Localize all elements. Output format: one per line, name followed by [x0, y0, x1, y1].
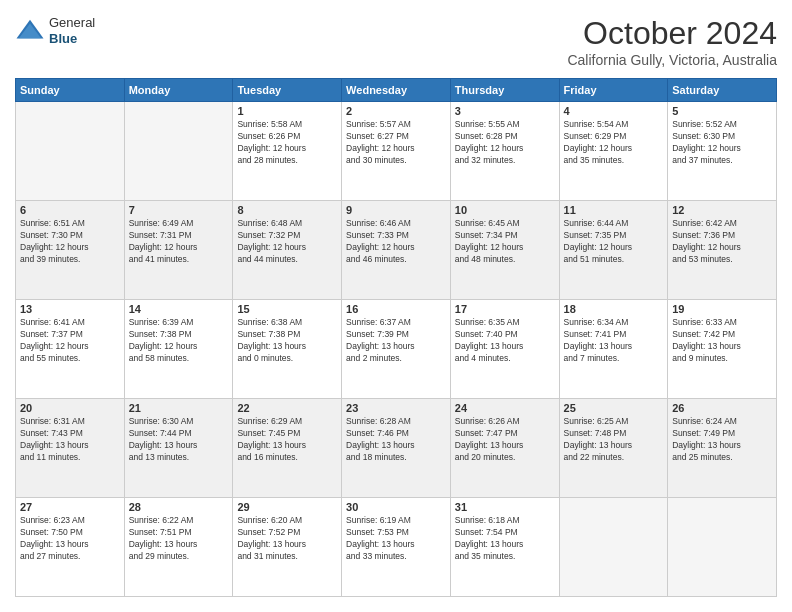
calendar-week-row: 6Sunrise: 6:51 AM Sunset: 7:30 PM Daylig…	[16, 201, 777, 300]
day-number: 24	[455, 402, 555, 414]
day-number: 13	[20, 303, 120, 315]
day-number: 29	[237, 501, 337, 513]
calendar-week-row: 20Sunrise: 6:31 AM Sunset: 7:43 PM Dayli…	[16, 399, 777, 498]
day-number: 26	[672, 402, 772, 414]
col-tuesday: Tuesday	[233, 79, 342, 102]
day-detail: Sunrise: 5:52 AM Sunset: 6:30 PM Dayligh…	[672, 119, 772, 167]
day-number: 6	[20, 204, 120, 216]
day-detail: Sunrise: 6:31 AM Sunset: 7:43 PM Dayligh…	[20, 416, 120, 464]
col-saturday: Saturday	[668, 79, 777, 102]
day-detail: Sunrise: 6:44 AM Sunset: 7:35 PM Dayligh…	[564, 218, 664, 266]
day-number: 17	[455, 303, 555, 315]
day-number: 22	[237, 402, 337, 414]
table-row: 7Sunrise: 6:49 AM Sunset: 7:31 PM Daylig…	[124, 201, 233, 300]
table-row: 29Sunrise: 6:20 AM Sunset: 7:52 PM Dayli…	[233, 498, 342, 597]
logo: General Blue	[15, 15, 95, 46]
day-detail: Sunrise: 6:38 AM Sunset: 7:38 PM Dayligh…	[237, 317, 337, 365]
table-row: 16Sunrise: 6:37 AM Sunset: 7:39 PM Dayli…	[342, 300, 451, 399]
day-detail: Sunrise: 6:48 AM Sunset: 7:32 PM Dayligh…	[237, 218, 337, 266]
table-row: 22Sunrise: 6:29 AM Sunset: 7:45 PM Dayli…	[233, 399, 342, 498]
table-row: 15Sunrise: 6:38 AM Sunset: 7:38 PM Dayli…	[233, 300, 342, 399]
day-number: 2	[346, 105, 446, 117]
day-number: 28	[129, 501, 229, 513]
day-number: 30	[346, 501, 446, 513]
day-number: 18	[564, 303, 664, 315]
day-number: 4	[564, 105, 664, 117]
day-detail: Sunrise: 6:28 AM Sunset: 7:46 PM Dayligh…	[346, 416, 446, 464]
table-row: 31Sunrise: 6:18 AM Sunset: 7:54 PM Dayli…	[450, 498, 559, 597]
table-row: 13Sunrise: 6:41 AM Sunset: 7:37 PM Dayli…	[16, 300, 125, 399]
table-row: 11Sunrise: 6:44 AM Sunset: 7:35 PM Dayli…	[559, 201, 668, 300]
col-sunday: Sunday	[16, 79, 125, 102]
day-number: 5	[672, 105, 772, 117]
logo-general: General	[49, 15, 95, 31]
table-row: 12Sunrise: 6:42 AM Sunset: 7:36 PM Dayli…	[668, 201, 777, 300]
day-number: 19	[672, 303, 772, 315]
day-detail: Sunrise: 5:55 AM Sunset: 6:28 PM Dayligh…	[455, 119, 555, 167]
day-detail: Sunrise: 6:30 AM Sunset: 7:44 PM Dayligh…	[129, 416, 229, 464]
calendar-week-row: 13Sunrise: 6:41 AM Sunset: 7:37 PM Dayli…	[16, 300, 777, 399]
day-detail: Sunrise: 5:57 AM Sunset: 6:27 PM Dayligh…	[346, 119, 446, 167]
col-friday: Friday	[559, 79, 668, 102]
day-detail: Sunrise: 6:23 AM Sunset: 7:50 PM Dayligh…	[20, 515, 120, 563]
page-title: October 2024	[567, 15, 777, 52]
day-number: 1	[237, 105, 337, 117]
table-row: 17Sunrise: 6:35 AM Sunset: 7:40 PM Dayli…	[450, 300, 559, 399]
title-block: October 2024 California Gully, Victoria,…	[567, 15, 777, 68]
day-detail: Sunrise: 6:34 AM Sunset: 7:41 PM Dayligh…	[564, 317, 664, 365]
calendar-table: Sunday Monday Tuesday Wednesday Thursday…	[15, 78, 777, 597]
day-number: 9	[346, 204, 446, 216]
day-number: 12	[672, 204, 772, 216]
day-number: 23	[346, 402, 446, 414]
table-row: 21Sunrise: 6:30 AM Sunset: 7:44 PM Dayli…	[124, 399, 233, 498]
table-row: 10Sunrise: 6:45 AM Sunset: 7:34 PM Dayli…	[450, 201, 559, 300]
day-number: 20	[20, 402, 120, 414]
day-number: 27	[20, 501, 120, 513]
table-row: 18Sunrise: 6:34 AM Sunset: 7:41 PM Dayli…	[559, 300, 668, 399]
day-detail: Sunrise: 6:20 AM Sunset: 7:52 PM Dayligh…	[237, 515, 337, 563]
day-detail: Sunrise: 6:24 AM Sunset: 7:49 PM Dayligh…	[672, 416, 772, 464]
day-detail: Sunrise: 6:37 AM Sunset: 7:39 PM Dayligh…	[346, 317, 446, 365]
table-row: 14Sunrise: 6:39 AM Sunset: 7:38 PM Dayli…	[124, 300, 233, 399]
day-detail: Sunrise: 6:35 AM Sunset: 7:40 PM Dayligh…	[455, 317, 555, 365]
table-row: 28Sunrise: 6:22 AM Sunset: 7:51 PM Dayli…	[124, 498, 233, 597]
table-row	[124, 102, 233, 201]
day-number: 8	[237, 204, 337, 216]
day-detail: Sunrise: 6:18 AM Sunset: 7:54 PM Dayligh…	[455, 515, 555, 563]
day-number: 10	[455, 204, 555, 216]
calendar-week-row: 1Sunrise: 5:58 AM Sunset: 6:26 PM Daylig…	[16, 102, 777, 201]
day-detail: Sunrise: 6:42 AM Sunset: 7:36 PM Dayligh…	[672, 218, 772, 266]
day-number: 25	[564, 402, 664, 414]
logo-icon	[15, 16, 45, 46]
day-detail: Sunrise: 5:58 AM Sunset: 6:26 PM Dayligh…	[237, 119, 337, 167]
table-row: 20Sunrise: 6:31 AM Sunset: 7:43 PM Dayli…	[16, 399, 125, 498]
day-detail: Sunrise: 6:19 AM Sunset: 7:53 PM Dayligh…	[346, 515, 446, 563]
table-row: 1Sunrise: 5:58 AM Sunset: 6:26 PM Daylig…	[233, 102, 342, 201]
day-detail: Sunrise: 6:39 AM Sunset: 7:38 PM Dayligh…	[129, 317, 229, 365]
table-row: 3Sunrise: 5:55 AM Sunset: 6:28 PM Daylig…	[450, 102, 559, 201]
page-subtitle: California Gully, Victoria, Australia	[567, 52, 777, 68]
table-row: 24Sunrise: 6:26 AM Sunset: 7:47 PM Dayli…	[450, 399, 559, 498]
table-row: 27Sunrise: 6:23 AM Sunset: 7:50 PM Dayli…	[16, 498, 125, 597]
col-wednesday: Wednesday	[342, 79, 451, 102]
table-row: 5Sunrise: 5:52 AM Sunset: 6:30 PM Daylig…	[668, 102, 777, 201]
day-number: 15	[237, 303, 337, 315]
day-number: 11	[564, 204, 664, 216]
table-row: 30Sunrise: 6:19 AM Sunset: 7:53 PM Dayli…	[342, 498, 451, 597]
table-row	[559, 498, 668, 597]
table-row: 4Sunrise: 5:54 AM Sunset: 6:29 PM Daylig…	[559, 102, 668, 201]
table-row: 25Sunrise: 6:25 AM Sunset: 7:48 PM Dayli…	[559, 399, 668, 498]
day-number: 21	[129, 402, 229, 414]
day-detail: Sunrise: 6:25 AM Sunset: 7:48 PM Dayligh…	[564, 416, 664, 464]
table-row	[16, 102, 125, 201]
day-number: 31	[455, 501, 555, 513]
day-detail: Sunrise: 6:41 AM Sunset: 7:37 PM Dayligh…	[20, 317, 120, 365]
day-detail: Sunrise: 6:46 AM Sunset: 7:33 PM Dayligh…	[346, 218, 446, 266]
day-number: 3	[455, 105, 555, 117]
col-thursday: Thursday	[450, 79, 559, 102]
table-row: 26Sunrise: 6:24 AM Sunset: 7:49 PM Dayli…	[668, 399, 777, 498]
table-row: 9Sunrise: 6:46 AM Sunset: 7:33 PM Daylig…	[342, 201, 451, 300]
calendar-header-row: Sunday Monday Tuesday Wednesday Thursday…	[16, 79, 777, 102]
logo-blue: Blue	[49, 31, 95, 47]
logo-text: General Blue	[49, 15, 95, 46]
